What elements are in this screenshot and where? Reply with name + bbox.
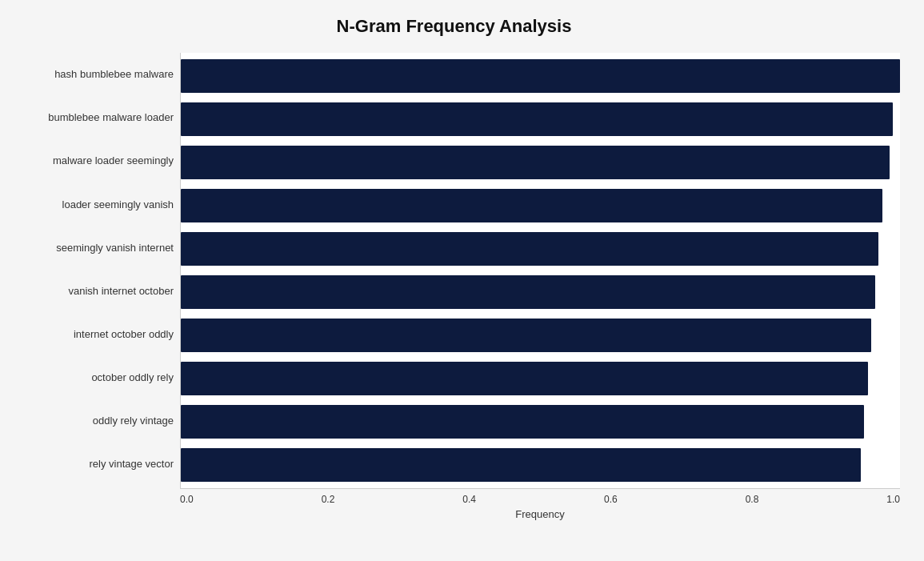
y-label: malware loader seemingly xyxy=(53,139,174,182)
bar xyxy=(181,448,861,482)
chart-area: hash bumblebee malwarebumblebee malware … xyxy=(8,53,900,486)
y-label: october oddly rely xyxy=(91,356,174,399)
bar xyxy=(181,232,878,266)
bar-row xyxy=(181,98,900,141)
y-label: oddly rely vintage xyxy=(93,399,174,443)
x-axis: 0.00.20.40.60.81.0 xyxy=(180,489,900,505)
x-tick: 0.0 xyxy=(180,494,194,505)
y-label: bumblebee malware loader xyxy=(48,96,174,139)
bar-row xyxy=(181,357,900,400)
bar-row xyxy=(181,400,900,443)
bars-section xyxy=(180,53,900,489)
bar-row xyxy=(181,227,900,270)
y-label: loader seemingly vanish xyxy=(62,182,174,226)
x-axis-label: Frequency xyxy=(180,508,900,520)
bar-row xyxy=(181,314,900,357)
bar xyxy=(181,189,882,222)
bar-row xyxy=(181,141,900,184)
x-tick: 0.6 xyxy=(604,494,618,505)
bar xyxy=(181,146,890,179)
y-label: internet october oddly xyxy=(74,313,174,356)
bar-row xyxy=(181,443,900,487)
bar xyxy=(181,102,893,136)
chart-title: N-Gram Frequency Analysis xyxy=(8,16,900,37)
bar-row xyxy=(181,270,900,314)
y-axis: hash bumblebee malwarebumblebee malware … xyxy=(8,53,180,486)
bar xyxy=(181,275,875,309)
bar xyxy=(181,362,868,395)
y-label: hash bumblebee malware xyxy=(54,53,174,96)
y-label: rely vintage vector xyxy=(90,443,174,486)
bar xyxy=(181,59,900,93)
x-tick: 0.4 xyxy=(462,494,476,505)
bar xyxy=(181,319,871,352)
y-label: vanish internet october xyxy=(68,270,174,313)
plot-area: 0.00.20.40.60.81.0 Frequency xyxy=(180,53,900,486)
x-tick: 0.8 xyxy=(746,494,759,505)
x-tick: 1.0 xyxy=(886,494,900,505)
y-label: seemingly vanish internet xyxy=(56,226,174,269)
bar xyxy=(181,405,864,439)
bar-row xyxy=(181,184,900,227)
bar-row xyxy=(181,54,900,98)
chart-container: N-Gram Frequency Analysis hash bumblebee… xyxy=(0,0,924,561)
x-tick: 0.2 xyxy=(322,494,335,505)
